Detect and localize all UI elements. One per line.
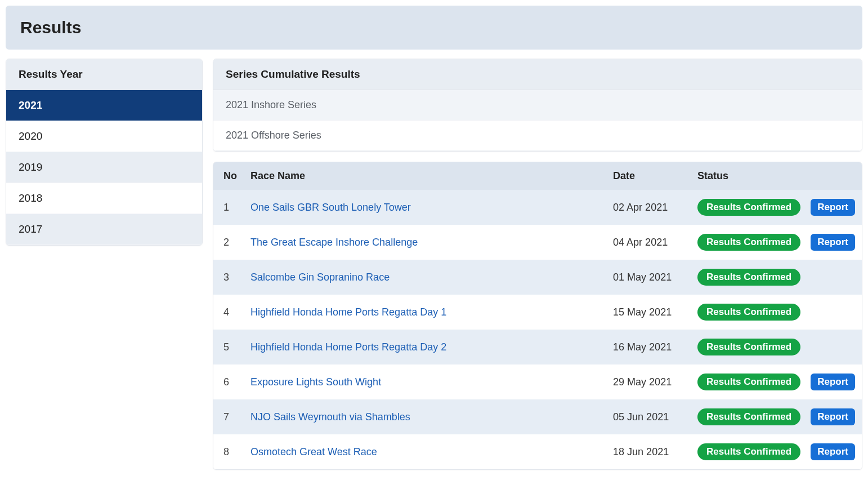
cell-status: Results ConfirmedReport xyxy=(691,190,862,225)
status-badge: Results Confirmed xyxy=(697,339,800,355)
year-list: 20212020201920182017 xyxy=(6,90,202,245)
table-row: 7NJO Sails Weymouth via Shambles05 Jun 2… xyxy=(213,399,862,434)
cell-race-name: Exposure Lights South Wight xyxy=(244,364,606,399)
cell-no: 3 xyxy=(213,260,244,295)
main-column: Series Cumulative Results 2021 Inshore S… xyxy=(213,59,862,470)
cell-race-name: One Sails GBR South Lonely Tower xyxy=(244,190,606,225)
sidebar-year-item[interactable]: 2021 xyxy=(6,90,202,121)
cell-race-name: Osmotech Great West Race xyxy=(244,434,606,469)
cell-no: 7 xyxy=(213,399,244,434)
cell-date: 15 May 2021 xyxy=(606,295,691,330)
races-table: No Race Name Date Status 1One Sails GBR … xyxy=(213,162,862,469)
table-header-row: No Race Name Date Status xyxy=(213,162,862,190)
series-panel-title: Series Cumulative Results xyxy=(213,59,862,90)
page-title: Results xyxy=(20,18,848,37)
status-badge: Results Confirmed xyxy=(697,443,800,460)
sidebar-year-item[interactable]: 2018 xyxy=(6,183,202,214)
table-row: 3Salcombe Gin Sopranino Race01 May 2021R… xyxy=(213,260,862,295)
sidebar-year-item[interactable]: 2019 xyxy=(6,152,202,183)
race-link[interactable]: Highfield Honda Home Ports Regatta Day 2 xyxy=(250,341,446,353)
cell-status: Results Confirmed xyxy=(691,295,862,330)
cell-race-name: Salcombe Gin Sopranino Race xyxy=(244,260,606,295)
report-button[interactable]: Report xyxy=(811,234,855,251)
cell-race-name: Highfield Honda Home Ports Regatta Day 1 xyxy=(244,295,606,330)
cell-no: 4 xyxy=(213,295,244,330)
results-year-sidebar: Results Year 20212020201920182017 xyxy=(6,59,203,246)
series-item[interactable]: 2021 Offshore Series xyxy=(213,121,862,151)
table-body: 1One Sails GBR South Lonely Tower02 Apr … xyxy=(213,190,862,469)
race-link[interactable]: Exposure Lights South Wight xyxy=(250,376,381,388)
cell-status: Results Confirmed xyxy=(691,260,862,295)
cell-date: 04 Apr 2021 xyxy=(606,225,691,260)
race-link[interactable]: Osmotech Great West Race xyxy=(250,446,377,457)
cell-no: 5 xyxy=(213,330,244,364)
cell-race-name: The Great Escape Inshore Challenge xyxy=(244,225,606,260)
cell-date: 05 Jun 2021 xyxy=(606,399,691,434)
race-link[interactable]: NJO Sails Weymouth via Shambles xyxy=(250,411,410,423)
status-badge: Results Confirmed xyxy=(697,374,800,390)
cell-race-name: Highfield Honda Home Ports Regatta Day 2 xyxy=(244,330,606,364)
table-row: 2The Great Escape Inshore Challenge04 Ap… xyxy=(213,225,862,260)
cell-status: Results ConfirmedReport xyxy=(691,225,862,260)
table-row: 4Highfield Honda Home Ports Regatta Day … xyxy=(213,295,862,330)
status-badge: Results Confirmed xyxy=(697,408,800,425)
main-layout: Results Year 20212020201920182017 Series… xyxy=(6,59,862,470)
race-link[interactable]: The Great Escape Inshore Challenge xyxy=(250,237,418,248)
table-row: 5Highfield Honda Home Ports Regatta Day … xyxy=(213,330,862,364)
cell-status: Results ConfirmedReport xyxy=(691,399,862,434)
status-badge: Results Confirmed xyxy=(697,269,800,286)
cell-date: 18 Jun 2021 xyxy=(606,434,691,469)
cell-no: 6 xyxy=(213,364,244,399)
col-header-name: Race Name xyxy=(244,162,606,190)
sidebar-year-item[interactable]: 2020 xyxy=(6,121,202,152)
page-header: Results xyxy=(6,6,862,50)
col-header-status: Status xyxy=(691,162,862,190)
table-row: 8Osmotech Great West Race18 Jun 2021Resu… xyxy=(213,434,862,469)
cell-status: Results Confirmed xyxy=(691,330,862,364)
col-header-date: Date xyxy=(606,162,691,190)
table-row: 6Exposure Lights South Wight29 May 2021R… xyxy=(213,364,862,399)
cell-no: 8 xyxy=(213,434,244,469)
status-badge: Results Confirmed xyxy=(697,199,800,216)
cell-no: 2 xyxy=(213,225,244,260)
report-button[interactable]: Report xyxy=(811,443,855,460)
sidebar-title: Results Year xyxy=(6,59,202,90)
report-button[interactable]: Report xyxy=(811,408,855,425)
series-list: 2021 Inshore Series2021 Offshore Series xyxy=(213,90,862,151)
status-badge: Results Confirmed xyxy=(697,234,800,251)
cell-date: 29 May 2021 xyxy=(606,364,691,399)
report-button[interactable]: Report xyxy=(811,199,855,216)
race-link[interactable]: Salcombe Gin Sopranino Race xyxy=(250,272,390,283)
cell-date: 02 Apr 2021 xyxy=(606,190,691,225)
cell-status: Results ConfirmedReport xyxy=(691,434,862,469)
cell-date: 16 May 2021 xyxy=(606,330,691,364)
series-panel: Series Cumulative Results 2021 Inshore S… xyxy=(213,59,862,152)
status-badge: Results Confirmed xyxy=(697,304,800,321)
col-header-no: No xyxy=(213,162,244,190)
cell-status: Results ConfirmedReport xyxy=(691,364,862,399)
cell-race-name: NJO Sails Weymouth via Shambles xyxy=(244,399,606,434)
cell-date: 01 May 2021 xyxy=(606,260,691,295)
sidebar-year-item[interactable]: 2017 xyxy=(6,214,202,245)
series-item[interactable]: 2021 Inshore Series xyxy=(213,90,862,121)
cell-no: 1 xyxy=(213,190,244,225)
race-link[interactable]: One Sails GBR South Lonely Tower xyxy=(250,202,411,213)
table-row: 1One Sails GBR South Lonely Tower02 Apr … xyxy=(213,190,862,225)
races-panel: No Race Name Date Status 1One Sails GBR … xyxy=(213,162,862,470)
race-link[interactable]: Highfield Honda Home Ports Regatta Day 1 xyxy=(250,306,446,318)
report-button[interactable]: Report xyxy=(811,374,855,390)
